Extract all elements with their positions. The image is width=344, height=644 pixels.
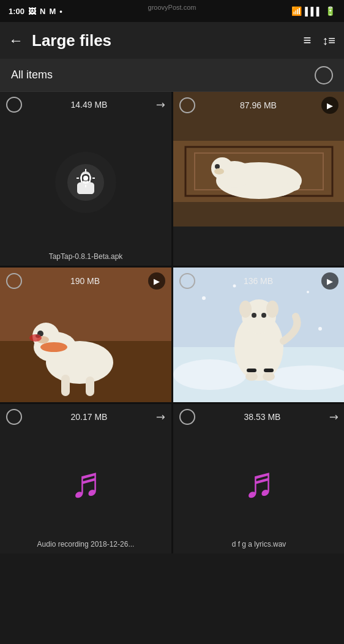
file-name: Audio recording 2018-12-26... [0,537,171,553]
svg-point-3 [83,176,88,181]
watermark: groovyPost.com [148,4,196,11]
music-note-icon: ♬ [70,458,102,507]
media-overlay: 87.96 MB ▶ [173,92,344,116]
svg-point-45 [202,296,206,300]
music-note-icon: ♬ [243,458,275,507]
battery-icon: 🔋 [325,6,335,16]
photo-icon: 🖼 [28,7,36,16]
select-circle[interactable] [6,409,22,425]
list-item: 14.49 MB ↗ [0,92,171,266]
status-right-icons: 📶 ▌▌▌ 🔋 [291,6,335,16]
status-time-area: 1:00 🖼 N M • [9,7,62,16]
wifi-icon: 📶 [291,6,302,16]
file-size: 87.96 MB [195,100,321,110]
media-overlay: 190 MB ▶ [0,268,171,292]
expand-icon[interactable]: ↗ [152,409,168,425]
svg-point-33 [173,359,247,390]
svg-point-15 [215,164,220,169]
page-title: Large files [32,31,303,50]
nav-actions: ≡ ↕≡ [303,32,335,48]
list-item: 87.96 MB ▶ [173,92,344,266]
expand-icon[interactable]: ↗ [152,97,168,113]
select-circle[interactable] [179,273,195,289]
top-nav: ← Large files ≡ ↕≡ [0,22,344,59]
svg-point-43 [245,372,258,381]
file-size: 136 MB [195,276,321,286]
list-item: 20.17 MB ↗ ♬ Audio recording 2018-12-26.… [0,404,171,553]
file-size: 190 MB [22,276,148,286]
signal-icon: ▌▌▌ [305,7,322,16]
svg-rect-42 [264,369,274,372]
file-size: 20.17 MB [22,412,156,422]
files-grid: 14.49 MB ↗ [0,92,344,553]
svg-point-44 [263,372,275,381]
dot-icon: • [59,7,62,16]
select-all-button[interactable] [315,66,333,84]
file-size: 38.53 MB [195,412,329,422]
select-circle[interactable] [6,273,22,289]
item-header: 38.53 MB ↗ [173,404,344,427]
svg-rect-28 [61,375,70,396]
list-view-icon[interactable]: ≡ [303,32,311,48]
item-header: 14.49 MB ↗ [0,92,171,115]
svg-point-24 [40,342,67,352]
svg-point-38 [266,301,279,318]
svg-point-37 [239,301,252,318]
svg-point-18 [285,182,300,191]
n-icon: N [40,7,45,16]
status-time: 1:00 [9,7,24,16]
svg-point-14 [211,157,233,179]
file-name: TapTap-0.8.1-Beta.apk [0,250,171,266]
file-size: 14.49 MB [22,100,156,110]
apk-thumbnail[interactable] [0,115,171,250]
audio-thumbnail: ♬ [0,427,171,537]
apk-icon [55,152,116,213]
select-circle[interactable] [179,409,195,425]
expand-icon[interactable]: ↗ [326,409,342,425]
video-thumbnail[interactable]: 87.96 MB ▶ [173,92,344,227]
play-button[interactable]: ▶ [321,97,338,114]
media-overlay: 136 MB ▶ [173,268,344,292]
status-bar: 1:00 🖼 N M • groovyPost.com 📶 ▌▌▌ 🔋 [0,0,344,22]
list-item: 136 MB ▶ [173,268,344,402]
svg-point-30 [29,334,42,342]
audio-thumbnail: ♬ [173,427,344,537]
filter-label: All items [11,69,53,81]
select-circle[interactable] [179,97,195,113]
item-header: 20.17 MB ↗ [0,404,171,427]
select-circle[interactable] [6,97,22,113]
list-item: 38.53 MB ↗ ♬ d f g a lyrics.wav [173,404,344,553]
play-button[interactable]: ▶ [321,272,338,290]
filter-bar: All items [0,59,344,92]
video-thumbnail[interactable]: 136 MB ▶ [173,268,344,402]
svg-point-48 [318,327,322,331]
svg-rect-29 [86,376,94,396]
list-item: 190 MB ▶ [0,268,171,402]
file-name: d f g a lyrics.wav [173,537,344,553]
sort-icon[interactable]: ↕≡ [322,34,335,48]
m-icon: M [49,7,56,16]
video-thumbnail[interactable]: 190 MB ▶ [0,268,171,402]
svg-point-40 [261,313,266,318]
svg-point-39 [252,313,256,318]
back-button[interactable]: ← [9,32,23,49]
play-button[interactable]: ▶ [148,272,165,290]
svg-rect-41 [247,369,256,372]
svg-point-16 [214,168,224,174]
